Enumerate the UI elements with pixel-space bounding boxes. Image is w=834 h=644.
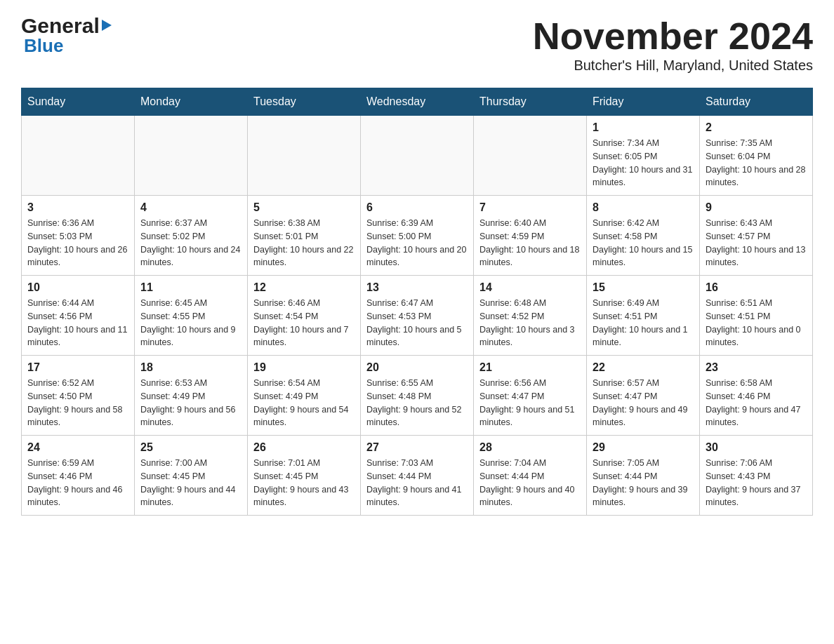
day-cell: 4Sunrise: 6:37 AMSunset: 5:02 PMDaylight… [135,196,248,276]
week-row-3: 10Sunrise: 6:44 AMSunset: 4:56 PMDayligh… [22,276,813,356]
day-info: Sunrise: 7:05 AMSunset: 4:44 PMDaylight:… [593,457,694,509]
day-number: 30 [706,441,807,454]
day-info: Sunrise: 6:49 AMSunset: 4:51 PMDaylight:… [593,297,694,349]
day-cell: 29Sunrise: 7:05 AMSunset: 4:44 PMDayligh… [587,436,700,516]
day-cell [135,116,248,196]
day-number: 16 [706,281,807,294]
day-info: Sunrise: 6:55 AMSunset: 4:48 PMDaylight:… [366,377,468,429]
day-cell: 16Sunrise: 6:51 AMSunset: 4:51 PMDayligh… [700,276,813,356]
col-header-wednesday: Wednesday [361,88,474,116]
day-cell: 10Sunrise: 6:44 AMSunset: 4:56 PMDayligh… [22,276,135,356]
day-cell: 14Sunrise: 6:48 AMSunset: 4:52 PMDayligh… [474,276,587,356]
day-cell [248,116,361,196]
day-number: 3 [27,201,128,214]
day-number: 18 [140,361,241,374]
day-number: 11 [140,281,241,294]
day-cell: 13Sunrise: 6:47 AMSunset: 4:53 PMDayligh… [361,276,474,356]
day-cell: 26Sunrise: 7:01 AMSunset: 4:45 PMDayligh… [248,436,361,516]
day-cell: 30Sunrise: 7:06 AMSunset: 4:43 PMDayligh… [700,436,813,516]
day-number: 1 [593,121,694,134]
col-header-sunday: Sunday [22,88,135,116]
day-number: 10 [27,281,128,294]
week-row-1: 1Sunrise: 7:34 AMSunset: 6:05 PMDaylight… [22,116,813,196]
day-cell: 3Sunrise: 6:36 AMSunset: 5:03 PMDaylight… [22,196,135,276]
day-number: 15 [593,281,694,294]
day-number: 27 [366,441,468,454]
col-header-saturday: Saturday [700,88,813,116]
day-info: Sunrise: 6:59 AMSunset: 4:46 PMDaylight:… [27,457,128,509]
day-cell: 9Sunrise: 6:43 AMSunset: 4:57 PMDaylight… [700,196,813,276]
day-info: Sunrise: 6:53 AMSunset: 4:49 PMDaylight:… [140,377,241,429]
day-info: Sunrise: 6:48 AMSunset: 4:52 PMDaylight:… [479,297,581,349]
day-number: 4 [140,201,241,214]
day-cell: 2Sunrise: 7:35 AMSunset: 6:04 PMDaylight… [700,116,813,196]
day-cell: 11Sunrise: 6:45 AMSunset: 4:55 PMDayligh… [135,276,248,356]
col-header-monday: Monday [135,88,248,116]
day-cell: 24Sunrise: 6:59 AMSunset: 4:46 PMDayligh… [22,436,135,516]
day-info: Sunrise: 6:46 AMSunset: 4:54 PMDaylight:… [253,297,355,349]
day-cell: 19Sunrise: 6:54 AMSunset: 4:49 PMDayligh… [248,356,361,436]
day-number: 6 [366,201,468,214]
day-number: 5 [253,201,355,214]
col-header-thursday: Thursday [474,88,587,116]
day-number: 29 [593,441,694,454]
day-cell: 7Sunrise: 6:40 AMSunset: 4:59 PMDaylight… [474,196,587,276]
day-info: Sunrise: 6:54 AMSunset: 4:49 PMDaylight:… [253,377,355,429]
day-number: 28 [479,441,581,454]
day-cell: 25Sunrise: 7:00 AMSunset: 4:45 PMDayligh… [135,436,248,516]
location-subtitle: Butcher's Hill, Maryland, United States [533,58,813,74]
day-number: 14 [479,281,581,294]
day-info: Sunrise: 6:44 AMSunset: 4:56 PMDaylight:… [27,297,128,349]
day-info: Sunrise: 6:45 AMSunset: 4:55 PMDaylight:… [140,297,241,349]
day-number: 20 [366,361,468,374]
day-number: 22 [593,361,694,374]
day-number: 25 [140,441,241,454]
day-cell: 6Sunrise: 6:39 AMSunset: 5:00 PMDaylight… [361,196,474,276]
day-info: Sunrise: 6:47 AMSunset: 4:53 PMDaylight:… [366,297,468,349]
logo-general-text: General [21,14,100,38]
logo: General Blue [21,14,112,57]
day-cell: 18Sunrise: 6:53 AMSunset: 4:49 PMDayligh… [135,356,248,436]
day-info: Sunrise: 7:06 AMSunset: 4:43 PMDaylight:… [706,457,807,509]
week-row-4: 17Sunrise: 6:52 AMSunset: 4:50 PMDayligh… [22,356,813,436]
day-cell [22,116,135,196]
calendar-table: SundayMondayTuesdayWednesdayThursdayFrid… [21,88,813,516]
logo-triangle-icon [102,20,112,31]
day-info: Sunrise: 7:34 AMSunset: 6:05 PMDaylight:… [593,137,694,189]
day-info: Sunrise: 7:35 AMSunset: 6:04 PMDaylight:… [706,137,807,189]
week-row-5: 24Sunrise: 6:59 AMSunset: 4:46 PMDayligh… [22,436,813,516]
day-cell: 12Sunrise: 6:46 AMSunset: 4:54 PMDayligh… [248,276,361,356]
day-info: Sunrise: 7:04 AMSunset: 4:44 PMDaylight:… [479,457,581,509]
day-info: Sunrise: 6:38 AMSunset: 5:01 PMDaylight:… [253,217,355,269]
col-header-tuesday: Tuesday [248,88,361,116]
day-info: Sunrise: 6:43 AMSunset: 4:57 PMDaylight:… [706,217,807,269]
day-info: Sunrise: 7:00 AMSunset: 4:45 PMDaylight:… [140,457,241,509]
day-number: 26 [253,441,355,454]
day-info: Sunrise: 6:57 AMSunset: 4:47 PMDaylight:… [593,377,694,429]
logo-blue-text: Blue [24,35,63,57]
day-cell: 8Sunrise: 6:42 AMSunset: 4:58 PMDaylight… [587,196,700,276]
day-info: Sunrise: 6:52 AMSunset: 4:50 PMDaylight:… [27,377,128,429]
day-cell: 28Sunrise: 7:04 AMSunset: 4:44 PMDayligh… [474,436,587,516]
day-number: 2 [706,121,807,134]
day-info: Sunrise: 6:37 AMSunset: 5:02 PMDaylight:… [140,217,241,269]
day-cell: 23Sunrise: 6:58 AMSunset: 4:46 PMDayligh… [700,356,813,436]
day-info: Sunrise: 6:56 AMSunset: 4:47 PMDaylight:… [479,377,581,429]
day-cell: 17Sunrise: 6:52 AMSunset: 4:50 PMDayligh… [22,356,135,436]
day-info: Sunrise: 6:36 AMSunset: 5:03 PMDaylight:… [27,217,128,269]
month-title: November 2024 [533,14,813,58]
day-cell: 5Sunrise: 6:38 AMSunset: 5:01 PMDaylight… [248,196,361,276]
page-header: General Blue November 2024 Butcher's Hil… [21,14,813,74]
day-number: 21 [479,361,581,374]
day-cell [474,116,587,196]
day-info: Sunrise: 6:58 AMSunset: 4:46 PMDaylight:… [706,377,807,429]
day-number: 12 [253,281,355,294]
title-block: November 2024 Butcher's Hill, Maryland, … [533,14,813,74]
day-info: Sunrise: 6:39 AMSunset: 5:00 PMDaylight:… [366,217,468,269]
week-row-2: 3Sunrise: 6:36 AMSunset: 5:03 PMDaylight… [22,196,813,276]
day-number: 17 [27,361,128,374]
day-cell: 1Sunrise: 7:34 AMSunset: 6:05 PMDaylight… [587,116,700,196]
day-info: Sunrise: 6:40 AMSunset: 4:59 PMDaylight:… [479,217,581,269]
day-cell [361,116,474,196]
day-info: Sunrise: 6:42 AMSunset: 4:58 PMDaylight:… [593,217,694,269]
